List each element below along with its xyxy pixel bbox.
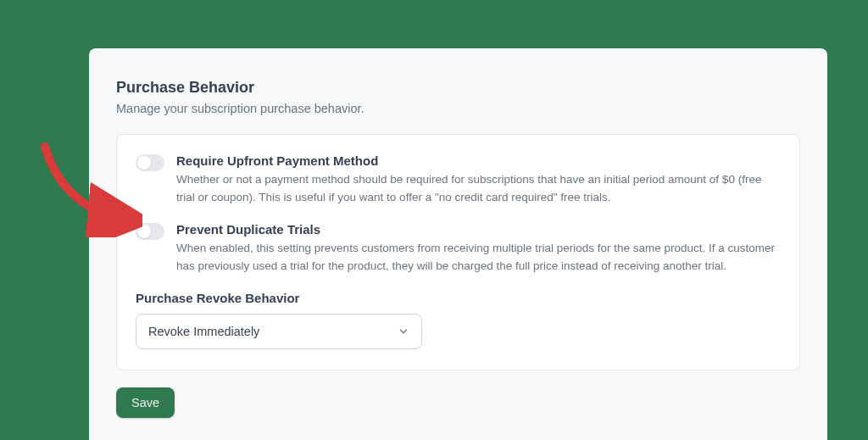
prevent-duplicate-label: Prevent Duplicate Trials [176,222,781,237]
section-description: Manage your subscription purchase behavi… [116,102,800,115]
revoke-behavior-select-wrap: Revoke Immediately [136,314,422,349]
section-title: Purchase Behavior [116,79,800,97]
prevent-duplicate-help: When enabled, this setting prevents cust… [176,240,781,276]
setting-text: Prevent Duplicate Trials When enabled, t… [176,222,781,276]
revoke-behavior-label: Purchase Revoke Behavior [136,291,781,305]
setting-prevent-duplicate: Prevent Duplicate Trials When enabled, t… [136,222,781,276]
require-upfront-toggle[interactable] [136,154,164,171]
chevron-down-icon [398,326,409,337]
require-upfront-label: Require Upfront Payment Method [176,153,781,168]
prevent-duplicate-toggle[interactable] [136,223,164,240]
require-upfront-help: Whether or not a payment method should b… [176,171,781,207]
save-button[interactable]: Save [116,387,175,418]
settings-panel: Purchase Behavior Manage your subscripti… [89,48,827,440]
revoke-behavior-value: Revoke Immediately [148,325,259,338]
settings-card: Require Upfront Payment Method Whether o… [116,134,800,370]
setting-require-upfront: Require Upfront Payment Method Whether o… [136,153,781,207]
setting-text: Require Upfront Payment Method Whether o… [176,153,781,207]
revoke-behavior-select[interactable]: Revoke Immediately [136,314,422,349]
